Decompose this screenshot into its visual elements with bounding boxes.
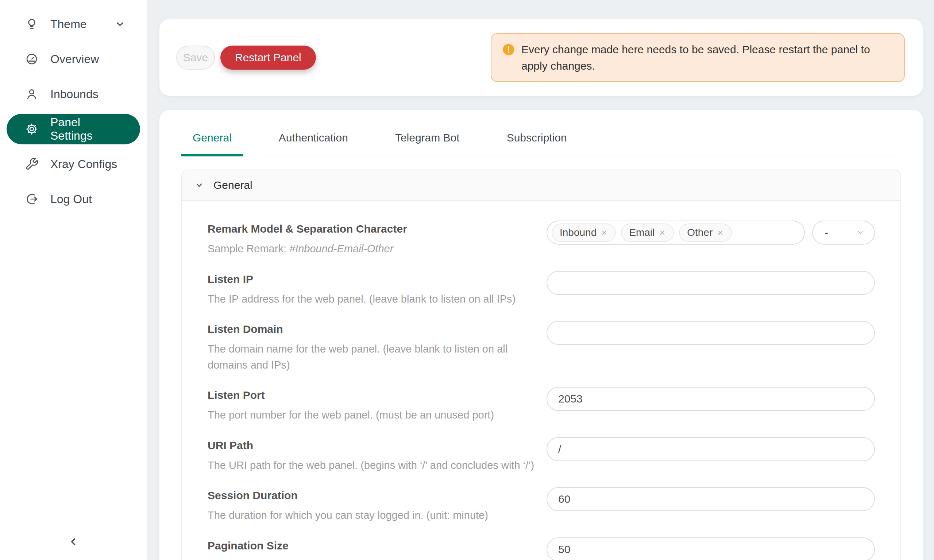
action-buttons: Save Restart Panel xyxy=(176,46,316,70)
settings-tabs: General Authentication Telegram Bot Subs… xyxy=(181,122,901,156)
general-section-header[interactable]: General xyxy=(182,170,900,201)
listen-ip-input[interactable] xyxy=(547,271,875,295)
form-row-remark-model: Remark Model & Separation Character Samp… xyxy=(182,215,900,265)
sidebar-item-label: Panel Settings xyxy=(50,115,125,143)
field-label: URI Path xyxy=(208,439,539,452)
listen-domain-input[interactable] xyxy=(547,321,875,345)
field-description: Sample Remark: #Inbound-Email-Other xyxy=(208,241,539,257)
restart-warning-alert: Every change made here needs to be saved… xyxy=(491,33,905,82)
field-description: The duration for which you can stay logg… xyxy=(208,508,539,523)
general-collapse-panel: General Remark Model & Separation Charac… xyxy=(181,169,901,560)
close-icon[interactable] xyxy=(601,229,608,236)
field-description: The URI path for the web panel. (begins … xyxy=(208,458,539,474)
sidebar-item-theme[interactable]: Theme xyxy=(6,9,140,39)
tag-email[interactable]: Email xyxy=(621,223,674,242)
field-label: Listen IP xyxy=(208,273,539,285)
separator-select-value: - xyxy=(825,226,828,239)
chevron-down-icon xyxy=(194,180,204,190)
sidebar-item-overview[interactable]: Overview xyxy=(6,44,140,74)
tag-other[interactable]: Other xyxy=(679,223,732,242)
wrench-icon xyxy=(25,157,39,171)
sidebar-collapse-button[interactable] xyxy=(0,532,146,552)
form-row-listen-ip: Listen IP The IP address for the web pan… xyxy=(182,265,900,315)
sidebar: Theme Overview Inbounds Panel Settings xyxy=(0,0,146,560)
listen-port-input[interactable] xyxy=(547,387,875,411)
restart-panel-button[interactable]: Restart Panel xyxy=(220,46,316,70)
sidebar-item-xray-configs[interactable]: Xray Configs xyxy=(6,149,140,179)
tab-general[interactable]: General xyxy=(192,122,233,156)
sidebar-item-panel-settings[interactable]: Panel Settings xyxy=(6,114,140,145)
field-label: Listen Domain xyxy=(208,323,539,335)
tab-authentication[interactable]: Authentication xyxy=(278,122,349,156)
field-label: Listen Port xyxy=(208,389,539,402)
panel-settings-card: General Authentication Telegram Bot Subs… xyxy=(159,110,923,560)
field-description: The port number for the web panel. (must… xyxy=(208,407,539,423)
close-icon[interactable] xyxy=(717,229,724,236)
form-row-session-duration: Session Duration The duration for which … xyxy=(182,481,900,532)
exclamation-circle-icon xyxy=(502,43,515,56)
close-icon[interactable] xyxy=(659,229,666,236)
section-title: General xyxy=(213,179,253,191)
tag-inbound[interactable]: Inbound xyxy=(552,223,616,242)
field-label: Pagination Size xyxy=(208,540,539,552)
separator-select[interactable]: - xyxy=(812,221,875,245)
save-button[interactable]: Save xyxy=(176,46,215,70)
session-duration-input[interactable] xyxy=(547,487,875,511)
sidebar-item-label: Theme xyxy=(50,17,87,31)
action-bar: Save Restart Panel Every change made her… xyxy=(159,19,923,96)
user-icon xyxy=(25,87,39,101)
sidebar-item-label: Xray Configs xyxy=(50,157,117,171)
tab-telegram-bot[interactable]: Telegram Bot xyxy=(395,122,461,156)
chevron-down-icon xyxy=(856,228,865,237)
general-form: Remark Model & Separation Character Samp… xyxy=(182,201,900,560)
pagination-size-input[interactable] xyxy=(547,537,875,560)
sidebar-item-log-out[interactable]: Log Out xyxy=(6,184,140,214)
chevron-left-icon xyxy=(67,535,80,548)
tab-subscription[interactable]: Subscription xyxy=(506,122,568,156)
field-label: Remark Model & Separation Character xyxy=(208,223,539,235)
form-row-listen-domain: Listen Domain The domain name for the we… xyxy=(182,315,900,381)
sample-remark-value: #Inbound-Email-Other xyxy=(289,243,393,254)
form-row-listen-port: Listen Port The port number for the web … xyxy=(182,381,900,431)
sidebar-item-inbounds[interactable]: Inbounds xyxy=(6,79,140,109)
form-row-uri-path: URI Path The URI path for the web panel.… xyxy=(182,431,900,482)
chevron-down-icon xyxy=(114,18,125,29)
bulb-icon xyxy=(25,17,39,31)
dashboard-icon xyxy=(25,52,39,66)
sidebar-item-label: Inbounds xyxy=(50,88,99,101)
field-description: The domain name for the web panel. (leav… xyxy=(208,341,539,373)
field-label: Session Duration xyxy=(208,489,539,502)
remark-model-tags-input[interactable]: Inbound Email Other xyxy=(547,221,805,245)
logout-icon xyxy=(25,192,39,206)
uri-path-input[interactable] xyxy=(547,437,875,461)
alert-text: Every change made here needs to be saved… xyxy=(521,41,893,74)
gear-icon xyxy=(25,122,39,136)
sidebar-item-label: Log Out xyxy=(50,192,92,206)
field-description: The IP address for the web panel. (leave… xyxy=(208,291,539,307)
sidebar-item-label: Overview xyxy=(50,52,99,66)
main-content: Save Restart Panel Every change made her… xyxy=(146,0,934,560)
form-row-pagination-size: Pagination Size xyxy=(182,532,900,560)
